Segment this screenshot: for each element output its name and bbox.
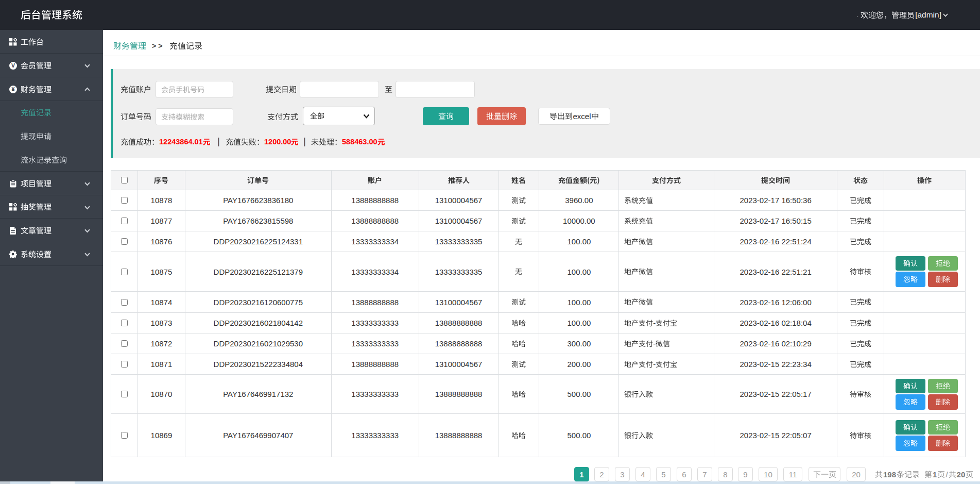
svg-text:V: V xyxy=(11,62,15,69)
svg-text:¥: ¥ xyxy=(12,86,15,92)
